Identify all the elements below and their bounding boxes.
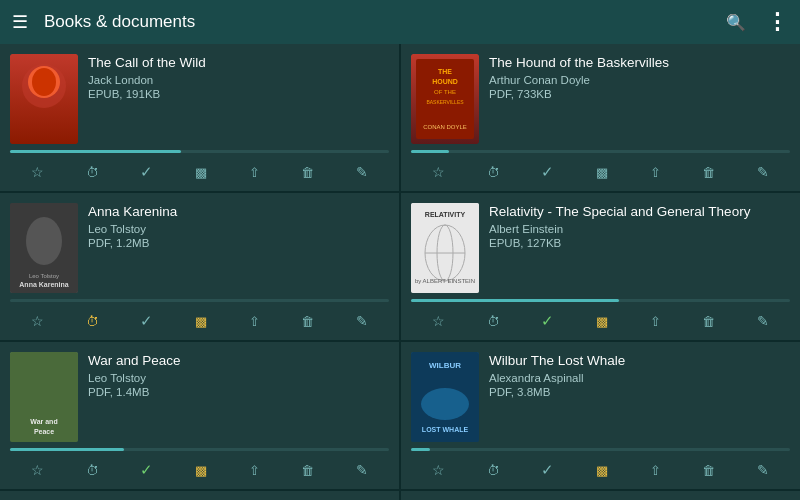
book-meta-wilbur: PDF, 3.8MB bbox=[489, 386, 790, 398]
delete-icon-hound[interactable]: 🗑 bbox=[698, 163, 719, 182]
delete-icon-wild[interactable]: 🗑 bbox=[297, 163, 318, 182]
check-icon-hound[interactable]: ✓ bbox=[537, 161, 558, 183]
clock-icon-anna[interactable]: ⏱ bbox=[82, 312, 103, 331]
action-row-wild: ☆ ⏱ ✓ ▩ ⇧ 🗑 ✎ bbox=[10, 157, 389, 185]
svg-text:LOST WHALE: LOST WHALE bbox=[422, 426, 469, 433]
stats-icon-wilbur[interactable]: ▩ bbox=[592, 461, 612, 480]
stats-icon-hound[interactable]: ▩ bbox=[592, 163, 612, 182]
progress-bar-anna bbox=[10, 299, 389, 302]
book-cover-relativity[interactable]: RELATIVITY by ALBERT EINSTEIN bbox=[411, 203, 479, 293]
svg-text:THE: THE bbox=[438, 68, 452, 75]
share-icon-anna[interactable]: ⇧ bbox=[245, 312, 264, 331]
star-icon-war[interactable]: ☆ bbox=[27, 460, 48, 480]
header-actions: 🔍 ⋮ bbox=[726, 9, 788, 35]
book-card-around[interactable]: AROUND THE WORLD IN EIGHTY DAYS Around t… bbox=[401, 491, 800, 500]
clock-icon-war[interactable]: ⏱ bbox=[82, 461, 103, 480]
book-info-war: War and Peace Leo Tolstoy PDF, 1.4MB bbox=[88, 352, 389, 398]
stats-icon-war[interactable]: ▩ bbox=[191, 461, 211, 480]
book-meta-wild: EPUB, 191KB bbox=[88, 88, 389, 100]
book-card-wild[interactable]: The Call of the Wild Jack London EPUB, 1… bbox=[0, 44, 399, 191]
progress-bar-hound bbox=[411, 150, 790, 153]
check-icon-war[interactable]: ✓ bbox=[136, 459, 157, 481]
menu-icon[interactable]: ☰ bbox=[12, 11, 28, 33]
progress-fill-relativity bbox=[411, 299, 619, 302]
book-main-wild: The Call of the Wild Jack London EPUB, 1… bbox=[10, 54, 389, 144]
book-info-anna: Anna Karenina Leo Tolstoy PDF, 1.2MB bbox=[88, 203, 389, 249]
book-author-wilbur: Alexandra Aspinall bbox=[489, 372, 790, 384]
edit-icon-wilbur[interactable]: ✎ bbox=[753, 460, 773, 480]
book-title-war: War and Peace bbox=[88, 352, 389, 370]
stats-icon-anna[interactable]: ▩ bbox=[191, 312, 211, 331]
action-row-hound: ☆ ⏱ ✓ ▩ ⇧ 🗑 ✎ bbox=[411, 157, 790, 185]
book-meta-war: PDF, 1.4MB bbox=[88, 386, 389, 398]
share-icon-relativity[interactable]: ⇧ bbox=[646, 312, 665, 331]
check-icon-anna[interactable]: ✓ bbox=[136, 310, 157, 332]
svg-text:OF THE: OF THE bbox=[434, 89, 456, 95]
share-icon-hound[interactable]: ⇧ bbox=[646, 163, 665, 182]
book-card-relativity[interactable]: RELATIVITY by ALBERT EINSTEIN Relativity… bbox=[401, 193, 800, 340]
progress-bar-relativity bbox=[411, 299, 790, 302]
book-info-relativity: Relativity - The Special and General The… bbox=[489, 203, 790, 249]
book-main-wilbur: WILBUR LOST WHALE Wilbur The Lost Whale … bbox=[411, 352, 790, 442]
star-icon-anna[interactable]: ☆ bbox=[27, 311, 48, 331]
book-info-wilbur: Wilbur The Lost Whale Alexandra Aspinall… bbox=[489, 352, 790, 398]
book-meta-relativity: EPUB, 127KB bbox=[489, 237, 790, 249]
book-card-wilbur[interactable]: WILBUR LOST WHALE Wilbur The Lost Whale … bbox=[401, 342, 800, 489]
book-card-anna[interactable]: Leo Tolstoy Anna Karenina Anna Karenina … bbox=[0, 193, 399, 340]
action-row-relativity: ☆ ⏱ ✓ ▩ ⇧ 🗑 ✎ bbox=[411, 306, 790, 334]
check-icon-wilbur[interactable]: ✓ bbox=[537, 459, 558, 481]
star-icon-relativity[interactable]: ☆ bbox=[428, 311, 449, 331]
edit-icon-wild[interactable]: ✎ bbox=[352, 162, 372, 182]
more-options-icon[interactable]: ⋮ bbox=[766, 9, 788, 35]
stats-icon-wild[interactable]: ▩ bbox=[191, 163, 211, 182]
delete-icon-relativity[interactable]: 🗑 bbox=[698, 312, 719, 331]
page-title: Books & documents bbox=[44, 12, 710, 32]
progress-bar-wild bbox=[10, 150, 389, 153]
clock-icon-wild[interactable]: ⏱ bbox=[82, 163, 103, 182]
stats-icon-relativity[interactable]: ▩ bbox=[592, 312, 612, 331]
book-card-hound[interactable]: THE HOUND OF THE BASKERVILLES CONAN DOYL… bbox=[401, 44, 800, 191]
share-icon-wild[interactable]: ⇧ bbox=[245, 163, 264, 182]
edit-icon-anna[interactable]: ✎ bbox=[352, 311, 372, 331]
book-author-wild: Jack London bbox=[88, 74, 389, 86]
delete-icon-anna[interactable]: 🗑 bbox=[297, 312, 318, 331]
check-icon-relativity[interactable]: ✓ bbox=[537, 310, 558, 332]
svg-point-30 bbox=[421, 388, 469, 420]
clock-icon-relativity[interactable]: ⏱ bbox=[483, 312, 504, 331]
delete-icon-war[interactable]: 🗑 bbox=[297, 461, 318, 480]
star-icon-hound[interactable]: ☆ bbox=[428, 162, 449, 182]
svg-text:CONAN DOYLE: CONAN DOYLE bbox=[423, 124, 467, 130]
clock-icon-wilbur[interactable]: ⏱ bbox=[483, 461, 504, 480]
svg-text:BASKERVILLES: BASKERVILLES bbox=[426, 99, 464, 105]
book-card-war[interactable]: War and Peace War and Peace Leo Tolstoy … bbox=[0, 342, 399, 489]
book-title-relativity: Relativity - The Special and General The… bbox=[489, 203, 790, 221]
share-icon-wilbur[interactable]: ⇧ bbox=[646, 461, 665, 480]
edit-icon-hound[interactable]: ✎ bbox=[753, 162, 773, 182]
star-icon-wild[interactable]: ☆ bbox=[27, 162, 48, 182]
action-row-wilbur: ☆ ⏱ ✓ ▩ ⇧ 🗑 ✎ bbox=[411, 455, 790, 483]
progress-fill-hound bbox=[411, 150, 449, 153]
book-cover-wilbur[interactable]: WILBUR LOST WHALE bbox=[411, 352, 479, 442]
book-cover-wild[interactable] bbox=[10, 54, 78, 144]
book-card-worlds[interactable]: THE WAR OF THE WORLDS The war of the wor… bbox=[0, 491, 399, 500]
edit-icon-war[interactable]: ✎ bbox=[352, 460, 372, 480]
svg-text:HOUND: HOUND bbox=[432, 78, 458, 85]
star-icon-wilbur[interactable]: ☆ bbox=[428, 460, 449, 480]
progress-fill-wilbur bbox=[411, 448, 430, 451]
action-row-anna: ☆ ⏱ ✓ ▩ ⇧ 🗑 ✎ bbox=[10, 306, 389, 334]
search-icon[interactable]: 🔍 bbox=[726, 13, 746, 32]
book-grid: The Call of the Wild Jack London EPUB, 1… bbox=[0, 44, 800, 500]
book-main-anna: Leo Tolstoy Anna Karenina Anna Karenina … bbox=[10, 203, 389, 293]
check-icon-wild[interactable]: ✓ bbox=[136, 161, 157, 183]
clock-icon-hound[interactable]: ⏱ bbox=[483, 163, 504, 182]
book-cover-anna[interactable]: Leo Tolstoy Anna Karenina bbox=[10, 203, 78, 293]
book-cover-hound[interactable]: THE HOUND OF THE BASKERVILLES CONAN DOYL… bbox=[411, 54, 479, 144]
action-row-war: ☆ ⏱ ✓ ▩ ⇧ 🗑 ✎ bbox=[10, 455, 389, 483]
edit-icon-relativity[interactable]: ✎ bbox=[753, 311, 773, 331]
share-icon-war[interactable]: ⇧ bbox=[245, 461, 264, 480]
book-cover-war[interactable]: War and Peace bbox=[10, 352, 78, 442]
svg-text:by ALBERT EINSTEIN: by ALBERT EINSTEIN bbox=[415, 278, 475, 284]
book-author-anna: Leo Tolstoy bbox=[88, 223, 389, 235]
delete-icon-wilbur[interactable]: 🗑 bbox=[698, 461, 719, 480]
progress-bar-war bbox=[10, 448, 389, 451]
